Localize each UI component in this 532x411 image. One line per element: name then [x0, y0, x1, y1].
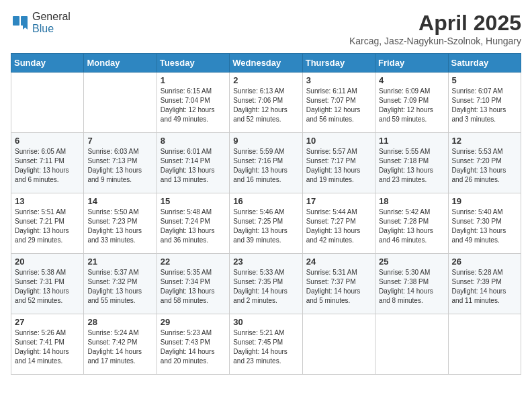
day-info: Sunrise: 5:51 AM Sunset: 7:21 PM Dayligh…: [15, 208, 80, 245]
day-info: Sunrise: 5:30 AM Sunset: 7:38 PM Dayligh…: [379, 268, 444, 306]
day-info: Sunrise: 6:09 AM Sunset: 7:09 PM Dayligh…: [379, 87, 444, 124]
day-number: 23: [233, 257, 298, 267]
calendar-cell: 13Sunrise: 5:51 AM Sunset: 7:21 PM Dayli…: [11, 193, 84, 254]
day-number: 28: [87, 317, 152, 327]
calendar-cell: 25Sunrise: 5:30 AM Sunset: 7:38 PM Dayli…: [375, 254, 448, 314]
day-info: Sunrise: 6:01 AM Sunset: 7:14 PM Dayligh…: [161, 147, 226, 185]
calendar-week-row: 6Sunrise: 6:05 AM Sunset: 7:11 PM Daylig…: [11, 133, 521, 193]
calendar-cell: 17Sunrise: 5:44 AM Sunset: 7:27 PM Dayli…: [302, 193, 375, 254]
calendar-week-row: 13Sunrise: 5:51 AM Sunset: 7:21 PM Dayli…: [11, 193, 521, 254]
day-info: Sunrise: 5:28 AM Sunset: 7:39 PM Dayligh…: [452, 268, 517, 306]
calendar-cell: 9Sunrise: 5:59 AM Sunset: 7:16 PM Daylig…: [230, 133, 302, 193]
day-number: 18: [379, 196, 444, 206]
day-info: Sunrise: 6:03 AM Sunset: 7:13 PM Dayligh…: [87, 147, 152, 185]
day-number: 12: [452, 136, 517, 146]
day-info: Sunrise: 6:13 AM Sunset: 7:06 PM Dayligh…: [233, 87, 298, 124]
logo-icon: [11, 13, 30, 32]
weekday-header-friday: Friday: [375, 54, 448, 73]
day-number: 9: [233, 136, 298, 146]
day-number: 26: [452, 257, 517, 267]
calendar-cell: [84, 73, 157, 133]
calendar-cell: [448, 314, 521, 375]
calendar-cell: 2Sunrise: 6:13 AM Sunset: 7:06 PM Daylig…: [230, 73, 302, 133]
calendar-cell: 23Sunrise: 5:33 AM Sunset: 7:35 PM Dayli…: [230, 254, 302, 314]
weekday-header-wednesday: Wednesday: [230, 54, 302, 73]
day-number: 4: [379, 75, 444, 85]
calendar-cell: 21Sunrise: 5:37 AM Sunset: 7:32 PM Dayli…: [84, 254, 157, 314]
day-info: Sunrise: 5:44 AM Sunset: 7:27 PM Dayligh…: [306, 208, 371, 245]
calendar-week-row: 20Sunrise: 5:38 AM Sunset: 7:31 PM Dayli…: [11, 254, 521, 314]
day-number: 25: [379, 257, 444, 267]
calendar-table: SundayMondayTuesdayWednesdayThursdayFrid…: [11, 53, 521, 375]
weekday-header-sunday: Sunday: [11, 54, 84, 73]
calendar-cell: 22Sunrise: 5:35 AM Sunset: 7:34 PM Dayli…: [157, 254, 229, 314]
svg-rect-2: [21, 16, 28, 26]
day-number: 13: [15, 196, 80, 206]
calendar-cell: 5Sunrise: 6:07 AM Sunset: 7:10 PM Daylig…: [448, 73, 521, 133]
weekday-header-saturday: Saturday: [448, 54, 521, 73]
calendar-cell: 28Sunrise: 5:24 AM Sunset: 7:42 PM Dayli…: [84, 314, 157, 375]
day-info: Sunrise: 5:21 AM Sunset: 7:45 PM Dayligh…: [233, 328, 298, 366]
day-number: 30: [233, 317, 298, 327]
day-number: 8: [161, 136, 226, 146]
calendar-cell: 19Sunrise: 5:40 AM Sunset: 7:30 PM Dayli…: [448, 193, 521, 254]
day-info: Sunrise: 5:37 AM Sunset: 7:32 PM Dayligh…: [87, 268, 152, 306]
day-info: Sunrise: 6:07 AM Sunset: 7:10 PM Dayligh…: [452, 87, 517, 124]
calendar-cell: 26Sunrise: 5:28 AM Sunset: 7:39 PM Dayli…: [448, 254, 521, 314]
day-info: Sunrise: 5:40 AM Sunset: 7:30 PM Dayligh…: [452, 208, 517, 245]
day-number: 15: [161, 196, 226, 206]
location: Karcag, Jasz-Nagykun-Szolnok, Hungary: [349, 36, 521, 46]
weekday-header-monday: Monday: [84, 54, 157, 73]
logo: General Blue: [11, 11, 71, 35]
day-number: 24: [306, 257, 371, 267]
calendar-cell: 18Sunrise: 5:42 AM Sunset: 7:28 PM Dayli…: [375, 193, 448, 254]
day-info: Sunrise: 5:50 AM Sunset: 7:23 PM Dayligh…: [87, 208, 152, 245]
day-info: Sunrise: 5:46 AM Sunset: 7:25 PM Dayligh…: [233, 208, 298, 245]
calendar-cell: 24Sunrise: 5:31 AM Sunset: 7:37 PM Dayli…: [302, 254, 375, 314]
day-number: 27: [15, 317, 80, 327]
day-number: 29: [161, 317, 226, 327]
day-info: Sunrise: 5:38 AM Sunset: 7:31 PM Dayligh…: [15, 268, 80, 306]
day-number: 6: [15, 136, 80, 146]
weekday-header-thursday: Thursday: [302, 54, 375, 73]
logo-text: General Blue: [32, 11, 71, 35]
calendar-cell: 8Sunrise: 6:01 AM Sunset: 7:14 PM Daylig…: [157, 133, 229, 193]
day-info: Sunrise: 5:33 AM Sunset: 7:35 PM Dayligh…: [233, 268, 298, 306]
page-header: General Blue April 2025 Karcag, Jasz-Nag…: [11, 11, 521, 46]
day-info: Sunrise: 6:11 AM Sunset: 7:07 PM Dayligh…: [306, 87, 371, 124]
calendar-cell: [11, 73, 84, 133]
day-info: Sunrise: 6:15 AM Sunset: 7:04 PM Dayligh…: [161, 87, 226, 124]
calendar-cell: 3Sunrise: 6:11 AM Sunset: 7:07 PM Daylig…: [302, 73, 375, 133]
day-info: Sunrise: 5:59 AM Sunset: 7:16 PM Dayligh…: [233, 147, 298, 185]
day-number: 14: [87, 196, 152, 206]
day-info: Sunrise: 5:24 AM Sunset: 7:42 PM Dayligh…: [87, 328, 152, 366]
day-number: 11: [379, 136, 444, 146]
calendar-cell: 4Sunrise: 6:09 AM Sunset: 7:09 PM Daylig…: [375, 73, 448, 133]
day-info: Sunrise: 5:35 AM Sunset: 7:34 PM Dayligh…: [161, 268, 226, 306]
day-number: 19: [452, 196, 517, 206]
day-number: 7: [87, 136, 152, 146]
day-number: 10: [306, 136, 371, 146]
calendar-cell: 29Sunrise: 5:23 AM Sunset: 7:43 PM Dayli…: [157, 314, 229, 375]
day-info: Sunrise: 5:48 AM Sunset: 7:24 PM Dayligh…: [161, 208, 226, 245]
calendar-week-row: 1Sunrise: 6:15 AM Sunset: 7:04 PM Daylig…: [11, 73, 521, 133]
calendar-cell: 27Sunrise: 5:26 AM Sunset: 7:41 PM Dayli…: [11, 314, 84, 375]
day-number: 2: [233, 75, 298, 85]
calendar-cell: [375, 314, 448, 375]
svg-rect-1: [13, 16, 19, 26]
day-info: Sunrise: 5:53 AM Sunset: 7:20 PM Dayligh…: [452, 147, 517, 185]
calendar-cell: 20Sunrise: 5:38 AM Sunset: 7:31 PM Dayli…: [11, 254, 84, 314]
day-number: 17: [306, 196, 371, 206]
logo-general: General: [32, 11, 71, 23]
weekday-header-row: SundayMondayTuesdayWednesdayThursdayFrid…: [11, 54, 521, 73]
day-number: 5: [452, 75, 517, 85]
calendar-cell: 6Sunrise: 6:05 AM Sunset: 7:11 PM Daylig…: [11, 133, 84, 193]
day-info: Sunrise: 5:26 AM Sunset: 7:41 PM Dayligh…: [15, 328, 80, 366]
day-number: 22: [161, 257, 226, 267]
day-info: Sunrise: 5:23 AM Sunset: 7:43 PM Dayligh…: [161, 328, 226, 366]
day-number: 1: [161, 75, 226, 85]
calendar-cell: 11Sunrise: 5:55 AM Sunset: 7:18 PM Dayli…: [375, 133, 448, 193]
day-number: 3: [306, 75, 371, 85]
calendar-cell: 30Sunrise: 5:21 AM Sunset: 7:45 PM Dayli…: [230, 314, 302, 375]
calendar-cell: 10Sunrise: 5:57 AM Sunset: 7:17 PM Dayli…: [302, 133, 375, 193]
